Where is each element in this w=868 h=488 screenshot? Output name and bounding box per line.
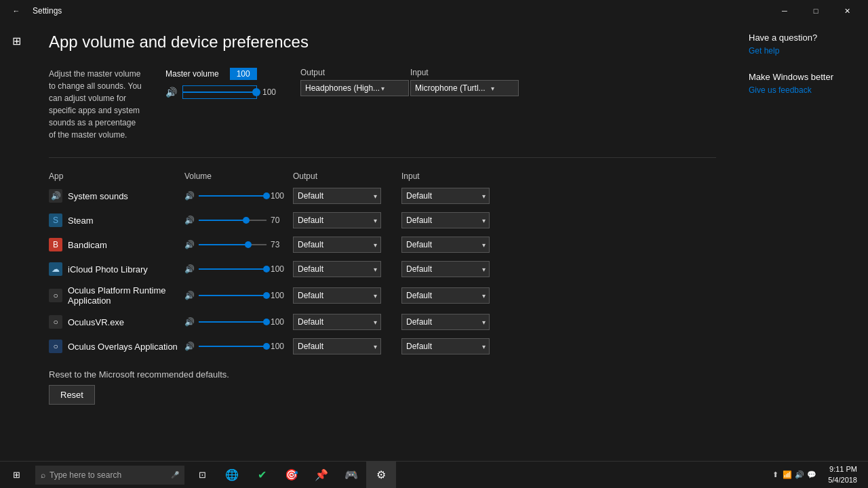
output-dropdown[interactable]: Headphones (High... Default [300, 80, 409, 96]
app-icon-4: ○ [49, 289, 62, 302]
output-dropdown-5[interactable]: Default Headphones (High... [293, 314, 381, 330]
app-icon-5: ○ [49, 315, 62, 329]
vol-value-3: 100 [271, 264, 287, 274]
master-description: Adjust the master volume to change all s… [49, 68, 144, 141]
vol-icon-4[interactable]: 🔊 [184, 291, 195, 300]
app-name-6: Oculus Overlays Application [68, 342, 178, 352]
input-dropdown[interactable]: Microphone (Turtl... Default [410, 80, 519, 96]
table-row: ○ Oculus Platform Runtime Application 🔊 … [49, 281, 716, 310]
master-slider[interactable] [182, 85, 257, 99]
sidebar-home-button[interactable]: ⊞ [3, 27, 30, 54]
input-dropdown-5[interactable]: Default Microphone (Turtl... [401, 314, 490, 330]
volume-cell-3: 🔊 100 [184, 264, 293, 274]
output-dropdown-6[interactable]: Default Headphones (High... [293, 338, 381, 354]
app-slider-thumb-4[interactable] [263, 292, 270, 299]
app-slider-thumb-0[interactable] [263, 192, 270, 199]
feedback-link[interactable]: Give us feedback [749, 85, 812, 95]
sidebar: ⊞ [0, 22, 33, 461]
taskbar-app-3[interactable]: 🎯 [277, 462, 307, 489]
input-dropdown-2[interactable]: Default Microphone (Turtl... [401, 237, 490, 253]
get-help-link[interactable]: Get help [749, 46, 779, 56]
app-slider-0[interactable] [199, 190, 267, 201]
tray-up-arrow[interactable]: ⬆ [770, 470, 781, 481]
input-dropdown-3[interactable]: Default Microphone (Turtl... [401, 261, 490, 277]
output-dropdown-0[interactable]: Default Headphones (High... [293, 188, 381, 204]
main-content: App volume and device preferences Adjust… [33, 22, 732, 461]
vol-icon-1[interactable]: 🔊 [184, 216, 195, 225]
app-slider-6[interactable] [199, 341, 267, 352]
vol-icon-6[interactable]: 🔊 [184, 342, 195, 351]
tray-message[interactable]: 💬 [806, 470, 817, 481]
master-slider-track [183, 92, 256, 93]
app-slider-thumb-6[interactable] [263, 343, 270, 350]
page-title: App volume and device preferences [49, 33, 716, 52]
app-icon-1: S [49, 214, 62, 227]
titlebar-controls: ─ □ ✕ [769, 0, 863, 22]
output-dropdown-4[interactable]: Default Headphones (High... [293, 287, 381, 304]
app-icon-6: ○ [49, 340, 62, 353]
input-dropdown-1[interactable]: Default Microphone (Turtl... [401, 212, 490, 228]
input-dropdown-0[interactable]: Default Microphone (Turtl... [401, 188, 490, 204]
minimize-button[interactable]: ─ [769, 0, 800, 22]
master-volume-value[interactable]: 100 [230, 68, 257, 80]
output-dropdown-1[interactable]: Default Headphones (High... [293, 212, 381, 228]
taskbar: ⊞ ⌕ Type here to search 🎤 ⊡ 🌐 ✔ 🎯 📌 🎮 ⚙ … [0, 461, 868, 488]
taskbar-search[interactable]: ⌕ Type here to search 🎤 [35, 466, 184, 485]
taskbar-tray: ⬆ 📶 🔊 💬 [764, 470, 823, 481]
speaker-icon[interactable]: 🔊 [165, 87, 177, 98]
app-table-header: App Volume Output Input [49, 169, 716, 184]
taskbar-app-4[interactable]: 📌 [307, 462, 336, 489]
taskbar-app-settings[interactable]: ⚙ [366, 462, 396, 489]
taskbar-app-2[interactable]: ✔ [247, 462, 277, 489]
app-slider-thumb-1[interactable] [243, 217, 250, 224]
input-dropdown-4[interactable]: Default Microphone (Turtl... [401, 287, 490, 304]
taskbar-task-view[interactable]: ⊡ [187, 462, 217, 489]
app-slider-thumb-3[interactable] [263, 266, 270, 272]
vol-icon-2[interactable]: 🔊 [184, 240, 195, 249]
input-dropdown-6[interactable]: Default Microphone (Turtl... [401, 338, 490, 354]
vol-icon-0[interactable]: 🔊 [184, 191, 195, 201]
show-desktop-button[interactable] [863, 462, 868, 489]
app-slider-4[interactable] [199, 290, 267, 301]
output-dropdown-cell-6: Default Headphones (High... [293, 338, 401, 354]
date-display: 5/4/2018 [828, 475, 857, 485]
input-dropdown-cell-1: Default Microphone (Turtl... [401, 212, 510, 228]
master-slider-thumb[interactable] [252, 88, 260, 96]
tray-volume[interactable]: 🔊 [794, 470, 805, 481]
maximize-button[interactable]: □ [800, 0, 831, 22]
cortana-icon: 🎤 [171, 471, 179, 479]
input-section: Input Microphone (Turtl... Default [410, 68, 498, 96]
time-display: 9:11 PM [828, 464, 857, 474]
close-button[interactable]: ✕ [831, 0, 863, 22]
app-slider-2[interactable] [199, 239, 267, 250]
make-windows-better-section: Make Windows better Give us feedback [749, 72, 852, 95]
app-slider-thumb-2[interactable] [245, 241, 252, 248]
vol-icon-3[interactable]: 🔊 [184, 264, 195, 274]
output-dropdown-cell-2: Default Headphones (High... [293, 237, 401, 253]
taskbar-app-ie[interactable]: 🌐 [217, 462, 247, 489]
app-slider-1[interactable] [199, 215, 267, 226]
output-dropdown-2[interactable]: Default Headphones (High... [293, 237, 381, 253]
search-icon: ⌕ [41, 470, 45, 480]
reset-button[interactable]: Reset [49, 385, 95, 405]
vol-icon-5[interactable]: 🔊 [184, 317, 195, 327]
table-row: 🔊 System sounds 🔊 100 Default Headphon [49, 184, 716, 208]
app-slider-3[interactable] [199, 264, 267, 274]
windows-better-title: Make Windows better [749, 72, 852, 82]
app-rows-container: 🔊 System sounds 🔊 100 Default Headphon [49, 184, 716, 359]
back-button[interactable]: ← [5, 0, 27, 22]
table-row: ☁ iCloud Photo Library 🔊 100 Default He [49, 257, 716, 281]
app-container: ⊞ App volume and device preferences Adju… [0, 22, 868, 461]
tray-network[interactable]: 📶 [782, 470, 793, 481]
search-placeholder: Type here to search [50, 470, 121, 480]
start-button[interactable]: ⊞ [0, 462, 33, 489]
app-slider-thumb-5[interactable] [263, 319, 270, 325]
input-dropdown-cell-3: Default Microphone (Turtl... [401, 261, 510, 277]
reset-text: Reset to the Microsoft recommended defau… [49, 369, 716, 380]
app-slider-5[interactable] [199, 317, 267, 327]
home-icon: ⊞ [12, 35, 21, 47]
taskbar-app-5[interactable]: 🎮 [336, 462, 366, 489]
output-dropdown-3[interactable]: Default Headphones (High... [293, 261, 381, 277]
taskbar-time[interactable]: 9:11 PM 5/4/2018 [823, 464, 863, 485]
master-volume-row: 🔊 100 [165, 85, 279, 99]
